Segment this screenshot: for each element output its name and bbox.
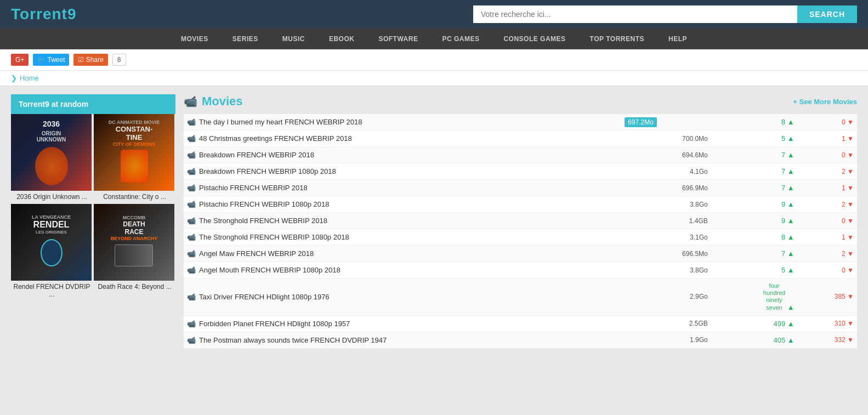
movie-icon: 📹	[187, 320, 196, 328]
nav-series[interactable]: SERIES	[220, 29, 270, 49]
nav-movies[interactable]: MOVIES	[169, 29, 220, 49]
table-row[interactable]: 📹The Stronghold FRENCH WEBRIP 1080p 2018…	[184, 229, 857, 246]
movie-leeches: 2 ▼	[797, 246, 857, 262]
movie-name: 📹Angel Maw FRENCH WEBRIP 2018	[187, 249, 618, 258]
share-button[interactable]: ☑ Share	[73, 54, 107, 66]
see-more-prefix: + See More	[793, 98, 831, 106]
movies-title: 📹 Movies	[184, 94, 243, 109]
movie-seeds: 8 ▲	[711, 114, 797, 130]
movie-name: 📹48 Christmas greetings FRENCH WEBRIP 20…	[187, 134, 618, 143]
movie-icon: 📹	[187, 167, 196, 175]
nav-help[interactable]: HELP	[656, 29, 699, 49]
movie-leeches: 2 ▼	[797, 163, 857, 180]
movie-size: 700.0Mo	[621, 130, 711, 147]
movies-table: 📹The day I burned my heart FRENCH WEBRIP…	[184, 114, 857, 349]
movie-leeches: 0 ▼	[797, 213, 857, 229]
poster-deathrace: MCCOMB DEATHRACE BEYOND ANARCHY	[94, 204, 174, 281]
movie-name: 📹Angel Mouth FRENCH WEBRIP 1080p 2018	[187, 266, 618, 274]
movie-name: 📹The day I burned my heart FRENCH WEBRIP…	[187, 118, 618, 126]
table-row[interactable]: 📹Forbidden Planet FRENCH HDlight 1080p 1…	[184, 315, 857, 332]
movie-icon: 📹	[187, 184, 196, 192]
site-logo: Torrent9	[11, 5, 77, 23]
sidebar-poster-2[interactable]: DC ANIMATED MOVIE CONSTAN-TINE CITY OF D…	[94, 114, 175, 203]
header: Torrent9 SEARCH	[0, 0, 868, 29]
table-row[interactable]: 📹Pistachio FRENCH WEBRIP 1080p 20183.8Go…	[184, 196, 857, 213]
sidebar-grid: 2036 ORIGIN UNKNOWN 2036 Origin Unknown …	[11, 114, 175, 300]
table-row[interactable]: 📹Angel Maw FRENCH WEBRIP 2018696.5Mo7 ▲2…	[184, 246, 857, 262]
movie-size: 694.6Mo	[621, 147, 711, 163]
movie-size: 696.5Mo	[621, 246, 711, 262]
sidebar: Torrent9 at random 2036 ORIGIN UNKNOWN 2…	[11, 94, 175, 349]
nav-consolegames[interactable]: CONSOLE GAMES	[491, 29, 577, 49]
table-row[interactable]: 📹Taxi Driver FRENCH HDlight 1080p 19762.…	[184, 278, 857, 316]
table-row[interactable]: 📹Breakdown FRENCH WEBRIP 1080p 20184.1Go…	[184, 163, 857, 180]
sidebar-caption-1: 2036 Origin Unknown ...	[11, 191, 93, 203]
movie-size: 2.9Go	[621, 278, 711, 316]
search-input[interactable]	[473, 5, 797, 23]
movie-leeches: 385 ▼	[797, 278, 857, 316]
table-row[interactable]: 📹Pistachio FRENCH WEBRIP 2018696.9Mo7 ▲1…	[184, 180, 857, 196]
movies-tbody: 📹The day I burned my heart FRENCH WEBRIP…	[184, 114, 857, 348]
movie-icon: 📹	[187, 266, 196, 274]
movie-icon: 📹	[187, 134, 196, 143]
nav-bar: MOVIES SERIES MUSIC EBOOK SOFTWARE PC GA…	[0, 29, 868, 49]
sidebar-poster-3[interactable]: LA VENGEANCE RENDEL LES ORIGINES Rendel …	[11, 204, 93, 300]
tweet-button[interactable]: 🐦 Tweet	[33, 54, 69, 66]
movie-seeds: 5 ▲	[711, 262, 797, 278]
movie-name: 📹The Postman always sounds twice FRENCH …	[187, 336, 618, 344]
movie-seeds: fourhundredninetyseven ▲	[711, 278, 797, 316]
see-more-label: Movies	[833, 98, 857, 106]
see-more-link[interactable]: + See More Movies	[793, 98, 857, 106]
movie-icon: 📹	[187, 118, 196, 126]
camera-icon: 📹	[184, 95, 197, 108]
movie-icon: 📹	[187, 233, 196, 241]
movie-size: 3.1Go	[621, 229, 711, 246]
nav-pcgames[interactable]: PC GAMES	[430, 29, 491, 49]
movie-size: 1.9Go	[621, 332, 711, 348]
table-row[interactable]: 📹The Stronghold FRENCH WEBRIP 20181.4GB9…	[184, 213, 857, 229]
table-row[interactable]: 📹Breakdown FRENCH WEBRIP 2018694.6Mo7 ▲0…	[184, 147, 857, 163]
movie-name: 📹Breakdown FRENCH WEBRIP 1080p 2018	[187, 167, 618, 175]
movie-leeches: 1 ▼	[797, 130, 857, 147]
search-button[interactable]: SEARCH	[797, 5, 857, 23]
movie-seeds: 5 ▲	[711, 130, 797, 147]
sidebar-poster-1[interactable]: 2036 ORIGIN UNKNOWN 2036 Origin Unknown …	[11, 114, 93, 203]
movie-leeches: 332 ▼	[797, 332, 857, 348]
main-content: Torrent9 at random 2036 ORIGIN UNKNOWN 2…	[0, 86, 868, 357]
movie-leeches: 0 ▼	[797, 147, 857, 163]
nav-software[interactable]: SOFTWARE	[366, 29, 430, 49]
table-row[interactable]: 📹The day I burned my heart FRENCH WEBRIP…	[184, 114, 857, 130]
movie-name: 📹Breakdown FRENCH WEBRIP 2018	[187, 151, 618, 159]
sidebar-poster-4[interactable]: MCCOMB DEATHRACE BEYOND ANARCHY Death Ra…	[94, 204, 175, 300]
poster-rendel: LA VENGEANCE RENDEL LES ORIGINES	[11, 204, 92, 281]
table-row[interactable]: 📹Angel Mouth FRENCH WEBRIP 1080p 20183.8…	[184, 262, 857, 278]
nav-toptorrents[interactable]: TOP TORRENTS	[578, 29, 656, 49]
movie-size: 1.4GB	[621, 213, 711, 229]
movie-size: 696.9Mo	[621, 180, 711, 196]
movie-size: 697.2Mo	[621, 114, 711, 130]
breadcrumb: ❯ Home	[0, 71, 868, 86]
gplus-button[interactable]: G+	[11, 54, 29, 66]
movie-leeches: 2 ▼	[797, 196, 857, 213]
movie-leeches: 1 ▼	[797, 180, 857, 196]
movie-name: 📹Pistachio FRENCH WEBRIP 1080p 2018	[187, 200, 618, 208]
sidebar-caption-4: Death Race 4: Beyond ...	[94, 281, 175, 293]
table-row[interactable]: 📹48 Christmas greetings FRENCH WEBRIP 20…	[184, 130, 857, 147]
search-bar: SEARCH	[473, 5, 857, 23]
poster-constantine: DC ANIMATED MOVIE CONSTAN-TINE CITY OF D…	[94, 114, 174, 191]
movie-icon: 📹	[187, 151, 196, 159]
movie-seeds: 499 ▲	[711, 315, 797, 332]
table-row[interactable]: 📹The Postman always sounds twice FRENCH …	[184, 332, 857, 348]
movie-size: 3.8Go	[621, 196, 711, 213]
breadcrumb-home[interactable]: Home	[20, 74, 39, 82]
sidebar-title: Torrent9 at random	[11, 94, 175, 114]
movies-title-text: Movies	[202, 94, 243, 109]
movie-name: 📹Taxi Driver FRENCH HDlight 1080p 1976	[187, 293, 618, 301]
movie-leeches: 310 ▼	[797, 315, 857, 332]
share-count: 8	[112, 54, 126, 66]
nav-music[interactable]: MUSIC	[270, 29, 317, 49]
movie-leeches: 1 ▼	[797, 229, 857, 246]
movie-name: 📹Forbidden Planet FRENCH HDlight 1080p 1…	[187, 320, 618, 328]
movie-seeds: 9 ▲	[711, 196, 797, 213]
nav-ebook[interactable]: EBOOK	[317, 29, 367, 49]
